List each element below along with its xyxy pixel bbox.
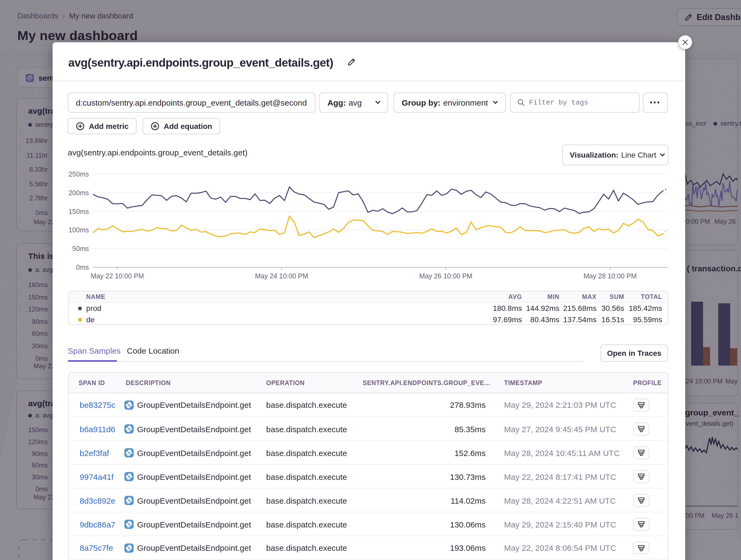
svg-text:May 26 10:00 PM: May 26 10:00 PM (419, 272, 472, 279)
svg-text:100ms: 100ms (69, 226, 89, 233)
svg-text:May 28 10:00 PM: May 28 10:00 PM (584, 272, 637, 279)
svg-text:250ms: 250ms (69, 170, 89, 178)
svg-text:May 22 10:00 PM: May 22 10:00 PM (91, 272, 144, 279)
svg-text:0ms: 0ms (76, 263, 89, 271)
svg-text:50ms: 50ms (72, 245, 89, 252)
svg-text:200ms: 200ms (69, 189, 89, 196)
svg-text:150ms: 150ms (69, 208, 89, 215)
svg-text:May 24 10:00 PM: May 24 10:00 PM (255, 272, 308, 279)
